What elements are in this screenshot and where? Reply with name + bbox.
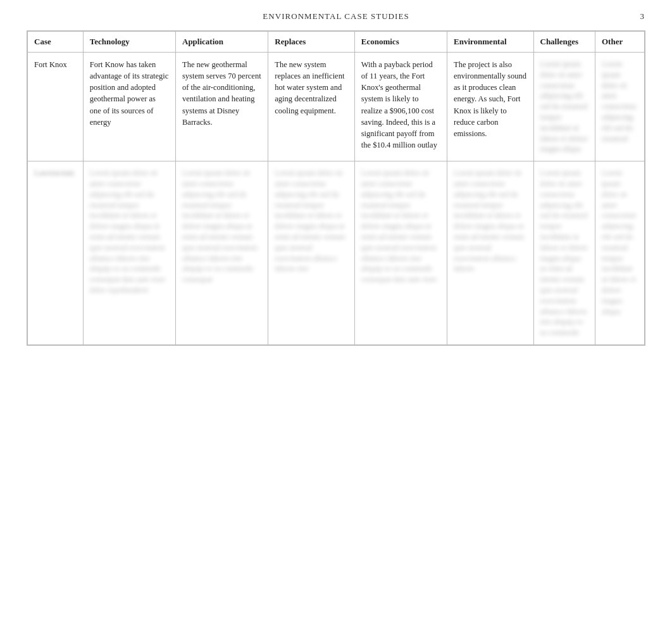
cell-case-1: Fort Knox [28,53,84,161]
col-header-other: Other [595,32,645,53]
cell-case-2: Lawrencium [28,161,84,345]
col-header-case: Case [28,32,84,53]
cell-challenges-2: Lorem ipsum dolor sit amet consectetur a… [533,161,595,345]
col-header-technology: Technology [83,32,175,53]
col-header-economics: Economics [354,32,447,53]
cell-other-2: Lorem ipsum dolor sit amet consectetur a… [595,161,645,345]
col-header-environmental: Environmental [447,32,534,53]
table-row: Fort Knox Fort Know has taken advantage … [28,53,645,161]
cell-replaces-1: The new system replaces an inefficient h… [268,53,355,161]
cell-application-1: The new geothermal system serves 70 perc… [176,53,268,161]
case-studies-table: Case Technology Application Replaces Eco… [27,31,645,345]
cell-economics-1: With a payback period of 11 years, the F… [354,53,447,161]
page-number: 3 [625,11,644,22]
col-header-application: Application [176,32,268,53]
cell-environmental-1: The project is also environmentally soun… [447,53,534,161]
col-header-replaces: Replaces [268,32,355,53]
page-title: ENVIRONMENTAL CASE STUDIES [47,11,625,22]
page-header: ENVIRONMENTAL CASE STUDIES 3 [0,0,672,30]
cell-economics-2: Lorem ipsum dolor sit amet consectetur a… [354,161,447,345]
main-table-container: Case Technology Application Replaces Eco… [27,30,645,346]
table-row: Lawrencium Lorem ipsum dolor sit amet co… [28,161,645,345]
cell-other-1: Lorem ipsum dolor sit amet consectetur a… [595,53,645,161]
cell-replaces-2: Lorem ipsum dolor sit amet consectetur a… [268,161,355,345]
table-header-row: Case Technology Application Replaces Eco… [28,32,645,53]
cell-technology-2: Lorem ipsum dolor sit amet consectetur a… [83,161,175,345]
col-header-challenges: Challenges [533,32,595,53]
cell-technology-1: Fort Know has taken advantage of its str… [83,53,175,161]
cell-challenges-1: Lorem ipsum dolor sit amet consectetur a… [533,53,595,161]
cell-environmental-2: Lorem ipsum dolor sit amet consectetur a… [447,161,534,345]
cell-application-2: Lorem ipsum dolor sit amet consectetur a… [176,161,268,345]
